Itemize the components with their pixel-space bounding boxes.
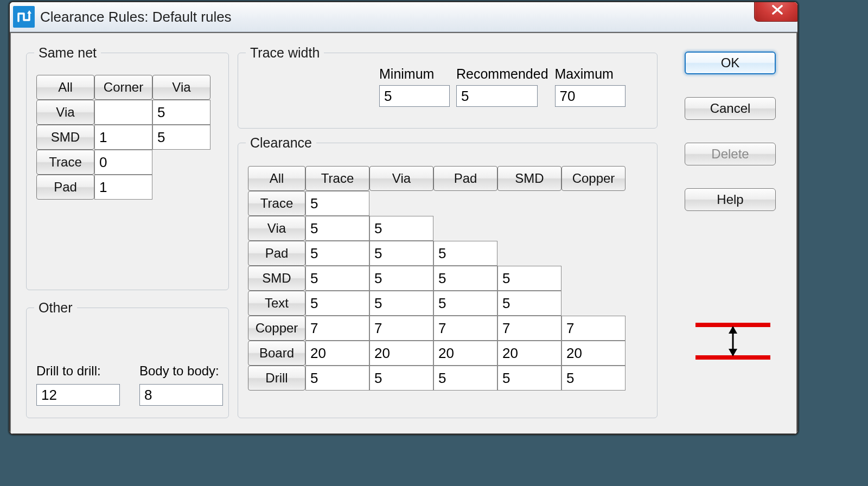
close-button[interactable] <box>754 1 799 22</box>
cl-board-1-input[interactable] <box>369 341 433 366</box>
group-same-net: Same net All Corner Via Via SMD <box>26 45 229 290</box>
cl-board-0-input[interactable] <box>305 341 369 366</box>
delete-button[interactable]: Delete <box>685 143 776 165</box>
body-to-body-label: Body to body: <box>139 363 223 379</box>
cl-via-1-input[interactable] <box>369 216 433 241</box>
cl-copper-4-input[interactable] <box>561 316 626 341</box>
group-clearance: Clearance All Trace Via Pad SMD Copper T… <box>238 135 658 418</box>
cl-smd-3-input[interactable] <box>497 266 561 291</box>
cl-copper-2-input[interactable] <box>433 316 497 341</box>
cl-board-3-input[interactable] <box>497 341 561 366</box>
cl-text-1-input[interactable] <box>369 291 433 316</box>
samenet-smd-corner-input[interactable] <box>94 125 152 150</box>
dialog-window: Clearance Rules: Default rules Same net … <box>9 1 799 435</box>
svg-marker-0 <box>27 10 31 14</box>
cl-drill-1-input[interactable] <box>369 366 433 391</box>
cl-text-3-input[interactable] <box>497 291 561 316</box>
legend-trace-width: Trace width <box>246 45 324 61</box>
drill-to-drill-label: Drill to drill: <box>36 363 120 379</box>
legend-clearance: Clearance <box>246 135 316 151</box>
cl-row-pad-button[interactable]: Pad <box>248 241 305 266</box>
cl-row-copper-button[interactable]: Copper <box>248 316 305 341</box>
drill-to-drill-input[interactable] <box>36 384 120 406</box>
cl-col-all-button[interactable]: All <box>248 166 305 191</box>
tw-rec-input[interactable] <box>456 85 538 107</box>
cl-trace-0-input[interactable] <box>305 191 369 216</box>
samenet-smd-via-input[interactable] <box>152 125 210 150</box>
cl-row-via-button[interactable]: Via <box>248 216 305 241</box>
cl-drill-4-input[interactable] <box>561 366 626 391</box>
cl-smd-1-input[interactable] <box>369 266 433 291</box>
cl-row-board-button[interactable]: Board <box>248 341 305 366</box>
cl-col-via-button[interactable]: Via <box>369 166 433 191</box>
svg-marker-5 <box>729 349 737 356</box>
cl-col-smd-button[interactable]: SMD <box>497 166 561 191</box>
samenet-corner-button[interactable]: Corner <box>94 75 152 100</box>
cl-row-drill-button[interactable]: Drill <box>248 366 305 391</box>
tw-min-label: Minimum <box>379 66 434 82</box>
help-button[interactable]: Help <box>685 188 776 211</box>
samenet-trace-corner-input[interactable] <box>94 150 152 175</box>
window-title: Clearance Rules: Default rules <box>40 9 232 25</box>
samenet-trace-row-button[interactable]: Trace <box>36 150 94 175</box>
samenet-via-col-button[interactable]: Via <box>152 75 210 100</box>
tw-max-label: Maximum <box>555 66 614 82</box>
cl-smd-0-input[interactable] <box>305 266 369 291</box>
legend-same-net: Same net <box>34 45 101 61</box>
tw-min-input[interactable] <box>379 85 450 107</box>
cl-pad-1-input[interactable] <box>369 241 433 266</box>
cl-pad-2-input[interactable] <box>433 241 497 266</box>
clearance-graphic-icon <box>692 319 774 363</box>
cancel-button[interactable]: Cancel <box>685 97 776 120</box>
cl-drill-3-input[interactable] <box>497 366 561 391</box>
samenet-via-row-button[interactable]: Via <box>36 100 94 125</box>
cl-text-2-input[interactable] <box>433 291 497 316</box>
body-to-body-input[interactable] <box>139 384 223 406</box>
samenet-via-via-input[interactable] <box>152 100 210 125</box>
cl-board-2-input[interactable] <box>433 341 497 366</box>
svg-marker-4 <box>729 326 737 334</box>
cl-board-4-input[interactable] <box>561 341 626 366</box>
cl-text-0-input[interactable] <box>305 291 369 316</box>
cl-drill-2-input[interactable] <box>433 366 497 391</box>
cl-row-smd-button[interactable]: SMD <box>248 266 305 291</box>
cl-via-0-input[interactable] <box>305 216 369 241</box>
group-trace-width: Trace width Minimum Recommended Maximum <box>238 45 658 129</box>
cl-col-trace-button[interactable]: Trace <box>305 166 369 191</box>
cl-row-text-button[interactable]: Text <box>248 291 305 316</box>
cl-smd-2-input[interactable] <box>433 266 497 291</box>
cl-copper-0-input[interactable] <box>305 316 369 341</box>
legend-other: Other <box>34 300 77 316</box>
group-other: Other Drill to drill: Body to body: <box>26 300 229 418</box>
cl-col-copper-button[interactable]: Copper <box>561 166 626 191</box>
samenet-pad-row-button[interactable]: Pad <box>36 175 94 200</box>
title-bar: Clearance Rules: Default rules <box>10 2 797 32</box>
samenet-all-button[interactable]: All <box>36 75 94 100</box>
ok-button[interactable]: OK <box>685 52 776 74</box>
app-icon <box>13 6 35 28</box>
cl-row-trace-button[interactable]: Trace <box>248 191 305 216</box>
tw-max-input[interactable] <box>555 85 626 107</box>
cl-col-pad-button[interactable]: Pad <box>433 166 497 191</box>
client-area: Same net All Corner Via Via SMD <box>10 32 797 434</box>
cl-copper-1-input[interactable] <box>369 316 433 341</box>
samenet-via-corner-input[interactable] <box>94 100 152 125</box>
cl-copper-3-input[interactable] <box>497 316 561 341</box>
samenet-pad-corner-input[interactable] <box>94 175 152 200</box>
samenet-smd-row-button[interactable]: SMD <box>36 125 94 150</box>
cl-drill-0-input[interactable] <box>305 366 369 391</box>
cl-pad-0-input[interactable] <box>305 241 369 266</box>
tw-rec-label: Recommended <box>456 66 548 82</box>
